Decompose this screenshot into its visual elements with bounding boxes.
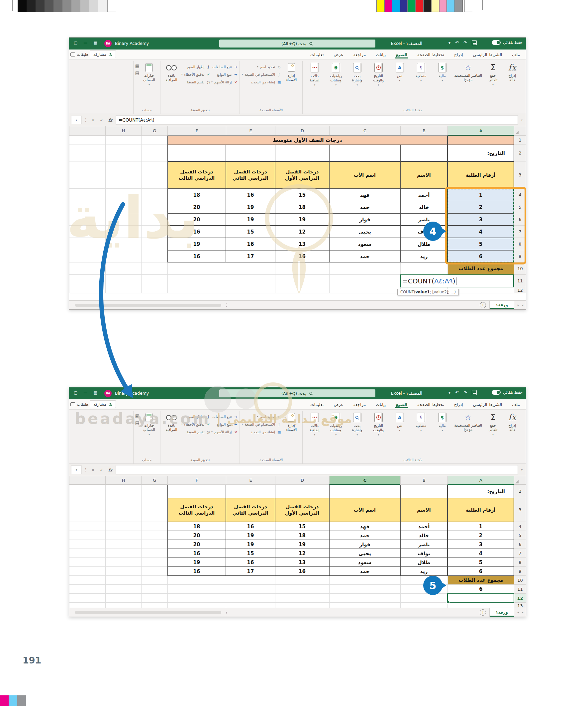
cell-B7[interactable]: نواف xyxy=(400,549,447,558)
window-layout-icon[interactable]: ▦ xyxy=(93,41,97,45)
cell-E11[interactable] xyxy=(226,585,275,594)
sheet-tab[interactable]: ورقة١ xyxy=(489,608,514,617)
cell-E11[interactable] xyxy=(226,275,275,287)
cell-A4[interactable]: 1 xyxy=(447,189,514,201)
ribbon-tab[interactable]: مراجعة xyxy=(353,51,367,58)
row-header-10[interactable]: 10 xyxy=(514,576,526,585)
row-header-13[interactable]: 13 xyxy=(514,603,526,607)
function-category-button[interactable]: ؟منطقية▾ xyxy=(410,411,431,436)
comments-button[interactable]: التعليقات xyxy=(70,50,88,58)
row-header-7[interactable]: 7 xyxy=(514,226,526,238)
cell-G8[interactable] xyxy=(141,558,167,567)
ribbon-tab[interactable]: تخطيط الصفحة xyxy=(417,401,445,408)
row-header-3[interactable]: 3 xyxy=(514,498,526,522)
cell-F4[interactable]: 18 xyxy=(167,522,226,531)
column-header-E[interactable]: E xyxy=(226,476,275,485)
cell-X3[interactable] xyxy=(69,161,105,189)
column-header-E[interactable]: E xyxy=(226,126,275,135)
column-header-G[interactable]: G xyxy=(141,126,167,135)
row-header-6[interactable]: 6 xyxy=(514,213,526,226)
cell-H8[interactable] xyxy=(105,558,141,567)
window-minimize-icon[interactable]: — xyxy=(83,41,87,45)
cell-D4[interactable]: 15 xyxy=(275,189,329,201)
cell-B8[interactable]: طلال xyxy=(400,558,447,567)
cell-E4[interactable]: 16 xyxy=(226,189,275,201)
cell-C10[interactable] xyxy=(329,263,400,275)
cell-H3[interactable] xyxy=(105,498,141,522)
insert-function-icon[interactable]: fx xyxy=(107,467,114,472)
cell-E5[interactable]: 19 xyxy=(226,201,275,213)
column-header-G[interactable]: G xyxy=(141,476,167,485)
window-layout-icon[interactable]: ▦ xyxy=(93,390,97,395)
column-header-D[interactable]: D xyxy=(275,476,329,485)
column-header-B[interactable]: B xyxy=(400,476,447,485)
column-header-F[interactable]: F xyxy=(167,476,226,485)
sheet-nav-buttons[interactable]: ◂ ▸ xyxy=(518,611,523,614)
cell-C7[interactable]: يحيى xyxy=(329,549,400,558)
cell-H4[interactable] xyxy=(105,189,141,201)
ribbon-tab[interactable]: بيانات xyxy=(375,51,386,58)
function-category-button[interactable]: θرياضيات ومثلثات▾ xyxy=(325,411,346,436)
cell-H13[interactable] xyxy=(105,603,141,607)
ribbon-mini-button[interactable]: →تتبع التوابع xyxy=(211,421,238,428)
cancel-button[interactable]: × xyxy=(90,118,96,123)
window-controls[interactable]: ▢ — ▦ xyxy=(74,390,97,395)
cell-G7[interactable] xyxy=(141,549,167,558)
function-category-button[interactable]: بحث وإشارة▾ xyxy=(347,411,367,436)
cell-C9[interactable]: حمد xyxy=(329,567,400,576)
name-manager-button[interactable]: إدارة الأسماء xyxy=(282,61,301,82)
ribbon-tab[interactable]: الشريط الرئيسي xyxy=(472,51,503,58)
cell-A6[interactable]: 3 xyxy=(447,540,514,549)
cell-F9[interactable]: 16 xyxy=(167,567,226,576)
cell-X9[interactable] xyxy=(69,567,105,576)
cell-H2[interactable] xyxy=(105,145,141,161)
cell-F12[interactable] xyxy=(167,594,226,603)
function-category-button[interactable]: ؟منطقية▾ xyxy=(410,61,431,86)
cell-E5[interactable]: 19 xyxy=(226,531,275,540)
redo-icon[interactable]: ↷ xyxy=(463,390,467,395)
ribbon-mini-button[interactable]: →تتبع السابقات xyxy=(211,64,238,70)
cell-H7[interactable] xyxy=(105,226,141,238)
cell-A3[interactable]: أرقام الطلبة xyxy=(447,498,514,522)
cell-A5[interactable]: 2 xyxy=(447,201,514,213)
cell-D2[interactable] xyxy=(275,145,329,161)
row-header-7[interactable]: 7 xyxy=(514,549,526,558)
cell-F6[interactable]: 20 xyxy=(167,213,226,226)
cell-G10[interactable] xyxy=(141,263,167,275)
cell-X8[interactable] xyxy=(69,238,105,250)
cell-F10[interactable] xyxy=(167,263,226,275)
share-button[interactable]: مشاركة xyxy=(90,50,116,58)
column-header-C[interactable]: C xyxy=(329,126,400,135)
cell-H12[interactable] xyxy=(105,287,141,293)
function-category-button[interactable]: $مالية▾ xyxy=(432,411,453,436)
enter-button[interactable]: ✓ xyxy=(98,118,105,123)
function-category-button[interactable]: $مالية▾ xyxy=(432,61,453,86)
cell-X13[interactable] xyxy=(69,603,105,607)
tab-splitter-icon[interactable]: ⋮ xyxy=(225,303,229,307)
name-box[interactable]: ▾ xyxy=(71,116,82,124)
cell-F8[interactable]: 19 xyxy=(167,238,226,250)
cell-C4[interactable]: فهد xyxy=(329,522,400,531)
cell-A6[interactable]: 3 xyxy=(447,213,514,226)
cell-D2[interactable] xyxy=(275,485,329,498)
ribbon-mini-button[interactable]: ƒالاستخدام في الصيغة▾ xyxy=(241,71,281,78)
ribbon-mini-button[interactable]: ▦إنشاء من التحديد xyxy=(241,429,281,435)
account-avatar[interactable]: BA xyxy=(104,390,112,397)
row-header-8[interactable]: 8 xyxy=(514,238,526,250)
sheet-nav-buttons[interactable]: ◂ ▸ xyxy=(518,303,523,307)
cell-A2[interactable]: التاريخ: xyxy=(447,485,514,498)
cell-X1[interactable] xyxy=(69,135,105,145)
insert-function-icon[interactable]: fx xyxy=(107,118,114,123)
toolbar-customize-icon[interactable]: ▾ xyxy=(448,390,451,395)
cell-E6[interactable]: 19 xyxy=(226,540,275,549)
cell-F3[interactable]: درجات الفصل الدراسي الثالث xyxy=(167,498,226,522)
cell-X12[interactable] xyxy=(69,594,105,603)
cell-B4[interactable]: أحمد xyxy=(400,189,447,201)
function-category-button[interactable]: Aنص▾ xyxy=(389,61,410,86)
cell-X10[interactable] xyxy=(69,263,105,275)
cell-B9[interactable]: زيد xyxy=(400,567,447,576)
autosave-control[interactable]: حفظ تلقائي xyxy=(492,390,522,395)
grid-rows[interactable]: 1درجات الصف الأول متوسط2التاريخ:3أرقام ا… xyxy=(69,135,526,293)
cell-H7[interactable] xyxy=(105,549,141,558)
ribbon-tab[interactable]: الصيغ xyxy=(395,401,408,408)
